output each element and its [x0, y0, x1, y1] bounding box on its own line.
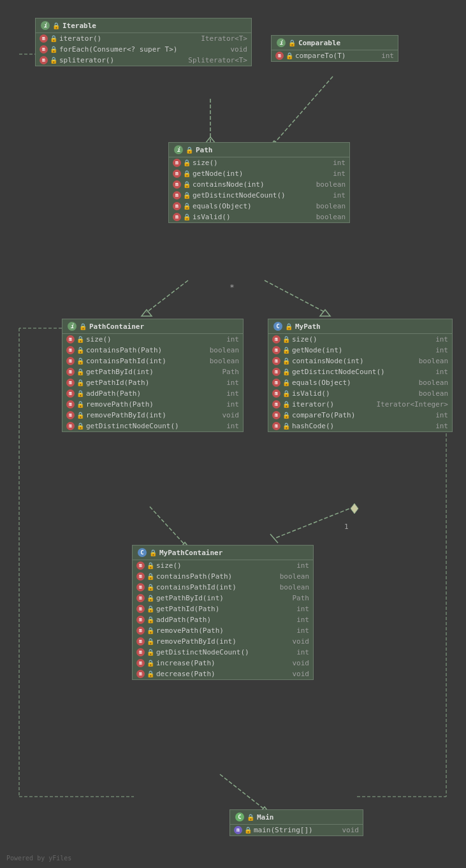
mpc-method-2: m 🔒 containsPath(Path) boolean	[133, 571, 313, 582]
method-return: boolean	[419, 389, 448, 398]
method-return: boolean	[316, 213, 346, 221]
method-name: decrease(Path)	[156, 670, 288, 678]
m-icon: m	[173, 191, 181, 199]
m-icon: m	[66, 422, 75, 430]
lock-m: 🔒	[76, 412, 84, 419]
method-return: Iterator<Integer>	[376, 400, 448, 409]
method-return: int	[296, 616, 309, 624]
lock-m: 🔒	[282, 423, 290, 430]
method-return: boolean	[280, 572, 309, 581]
m-icon: m	[272, 411, 280, 419]
lock-m: 🔒	[76, 347, 84, 354]
main-title: Main	[257, 813, 274, 821]
m-icon: m	[66, 346, 75, 354]
m-icon: m	[272, 422, 280, 430]
lock-m: 🔒	[282, 379, 290, 387]
m-icon: m	[173, 170, 181, 178]
lock-icon: 🔒	[285, 322, 293, 330]
pc-method-5: m 🔒 getPathId(Path) int	[62, 377, 243, 388]
lock-m: 🔒	[76, 379, 84, 387]
method-name: isValid()	[292, 389, 414, 398]
path-header: i 🔒 Path	[169, 143, 349, 157]
connectors-svg: * 1	[0, 0, 466, 868]
lock-m: 🔒	[76, 336, 84, 344]
method-name: containsPathId(int)	[156, 583, 275, 591]
pc-method-9: m 🔒 getDistinctNodeCount() int	[62, 421, 243, 431]
lock-m: 🔒	[147, 616, 154, 624]
path-method-6: m 🔒 isValid() boolean	[169, 212, 349, 222]
method-return: int	[226, 422, 239, 430]
mp-method-9: m 🔒 hashCode() int	[268, 421, 452, 431]
iterable-title: Iterable	[62, 22, 96, 30]
method-return: boolean	[419, 379, 448, 387]
mpc-title: MyPathContainer	[159, 549, 222, 557]
mp-method-7: m 🔒 iterator() Iterator<Integer>	[268, 399, 452, 410]
method-return: int	[296, 626, 309, 635]
method-name: getPathId(Path)	[156, 605, 292, 613]
lock-m: 🔒	[50, 57, 57, 64]
m-icon: m	[272, 357, 280, 365]
lock-m-orange: 🔒	[147, 670, 154, 678]
pathcontainer-box: i 🔒 PathContainer m 🔒 size() int m 🔒 con…	[62, 319, 244, 432]
method-return: int	[296, 561, 309, 570]
lock-m: 🔒	[282, 336, 290, 344]
m-icon: m	[136, 659, 145, 667]
svg-text:1: 1	[344, 523, 349, 531]
method-name: size()	[156, 561, 292, 570]
method-return: int	[435, 346, 448, 354]
method-return: boolean	[316, 202, 346, 210]
lock-m: 🔒	[183, 181, 191, 189]
method-name: increase(Path)	[156, 659, 288, 667]
method-return: void	[231, 45, 248, 54]
mp-method-6: m 🔒 isValid() boolean	[268, 388, 452, 399]
m-icon: m	[136, 561, 145, 570]
mp-method-8: m 🔒 compareTo(Path) int	[268, 410, 452, 421]
m-icon: m	[173, 180, 181, 189]
path-method-5: m 🔒 equals(Object) boolean	[169, 201, 349, 212]
lock-m: 🔒	[183, 159, 191, 167]
pc-method-1: m 🔒 size() int	[62, 334, 243, 345]
method-name: getPathById(int)	[156, 594, 288, 602]
pc-method-7: m 🔒 removePath(Path) int	[62, 399, 243, 410]
m-icon: m	[272, 379, 280, 387]
lock-m: 🔒	[282, 390, 290, 398]
iterable-method-2: m 🔒 forEach(Consumer<? super T>) void	[36, 44, 251, 55]
mp-method-5: m 🔒 equals(Object) boolean	[268, 377, 452, 388]
lock-m: 🔒	[76, 423, 84, 430]
method-return: int	[226, 400, 239, 409]
lock-icon-iterable: 🔒	[52, 22, 60, 29]
method-name: iterator()	[292, 400, 372, 409]
m-icon: m	[66, 379, 75, 387]
mypath-title: MyPath	[295, 322, 321, 331]
method-name: main(String[])	[254, 826, 338, 834]
method-return: int	[226, 379, 239, 387]
diagram-container: * 1 i 🔒 Iterable m 🔒 iterator()	[0, 0, 466, 868]
method-return: int	[333, 170, 346, 178]
special-icon: m	[234, 826, 242, 834]
method-return: int	[296, 605, 309, 613]
lock-m: 🔒	[76, 358, 84, 365]
svg-line-4	[274, 76, 333, 143]
main-header: C 🔒 Main	[230, 810, 363, 825]
mpc-header: C 🔒 MyPathContainer	[133, 546, 313, 560]
method-name: getNode(int)	[292, 346, 431, 354]
path-method-4: m 🔒 getDistinctNodeCount() int	[169, 190, 349, 201]
lock-m: 🔒	[282, 347, 290, 354]
method-name: forEach(Consumer<? super T>)	[59, 45, 226, 54]
class-icon-mp: C	[273, 322, 282, 331]
m-icon: m	[66, 400, 75, 409]
method-return: boolean	[280, 583, 309, 591]
mp-method-2: m 🔒 getNode(int) int	[268, 345, 452, 356]
lock-m: 🔒	[147, 649, 154, 656]
method-name: addPath(Path)	[156, 616, 292, 624]
comparable-title: Comparable	[298, 39, 340, 47]
lock-m: 🔒	[286, 52, 293, 60]
iterable-method-1: m 🔒 iterator() Iterator<T>	[36, 33, 251, 44]
m-icon: m	[66, 335, 75, 344]
method-name: size()	[86, 335, 222, 344]
method-return: boolean	[210, 357, 239, 365]
method-name: equals(Object)	[193, 202, 312, 210]
method-return: int	[226, 335, 239, 344]
svg-marker-7	[142, 310, 152, 316]
method-name: containsPathId(int)	[86, 357, 205, 365]
